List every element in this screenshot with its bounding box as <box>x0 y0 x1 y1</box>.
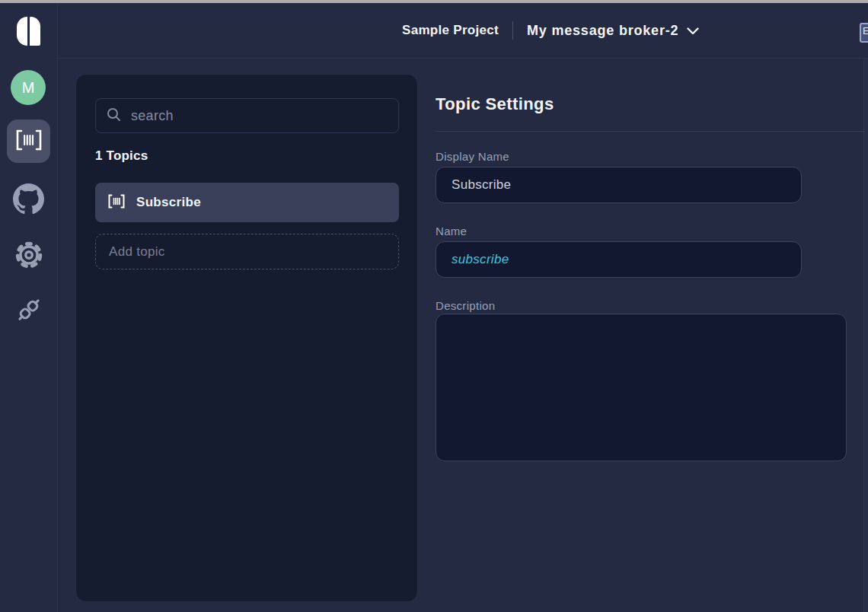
search-input[interactable] <box>129 107 388 125</box>
search-icon <box>107 107 121 125</box>
topic-item-label: Subscribe <box>136 195 201 210</box>
logo-right-half <box>30 17 40 46</box>
sidebar: M <box>0 3 58 612</box>
avatar[interactable]: M <box>11 70 46 105</box>
page-title: Topic Settings <box>436 94 554 114</box>
scrollbar[interactable] <box>863 58 868 612</box>
name-label: Name <box>436 225 467 237</box>
header-divider <box>512 21 513 40</box>
gear-icon <box>14 241 43 273</box>
add-topic-button[interactable]: Add topic <box>95 234 399 269</box>
connector-plug-icon <box>14 295 43 327</box>
project-name[interactable]: Sample Project <box>402 23 499 38</box>
description-field[interactable] <box>436 314 847 461</box>
description-label: Description <box>436 299 495 312</box>
header: Sample Project My message broker-2 E <box>0 3 868 59</box>
broker-selector[interactable]: My message broker-2 <box>527 23 699 39</box>
chevron-down-icon <box>687 24 699 38</box>
topic-list-item[interactable]: Subscribe <box>95 183 399 222</box>
logo-left-half <box>17 17 27 46</box>
github-icon <box>13 183 44 218</box>
sidebar-item-github[interactable] <box>0 183 57 218</box>
breadcrumb: Sample Project My message broker-2 <box>402 3 699 58</box>
topics-panel: 1 Topics Subscribe Add topic <box>75 74 418 602</box>
window-top-edge <box>0 0 868 3</box>
display-name-label: Display Name <box>436 150 509 163</box>
section-divider <box>436 131 864 132</box>
sidebar-item-connections[interactable] <box>0 295 57 327</box>
broker-name: My message broker-2 <box>527 23 678 39</box>
topic-search[interactable] <box>95 98 399 133</box>
name-field[interactable] <box>436 241 802 278</box>
display-name-field[interactable] <box>436 167 802 203</box>
app-logo-icon[interactable] <box>17 17 40 46</box>
sidebar-item-topics[interactable] <box>7 120 50 163</box>
partial-button[interactable]: E <box>860 23 868 43</box>
topic-barcode-icon <box>107 194 126 212</box>
sidebar-item-settings[interactable] <box>0 241 57 273</box>
topics-count: 1 Topics <box>95 148 148 164</box>
topics-barcode-icon <box>14 129 43 155</box>
